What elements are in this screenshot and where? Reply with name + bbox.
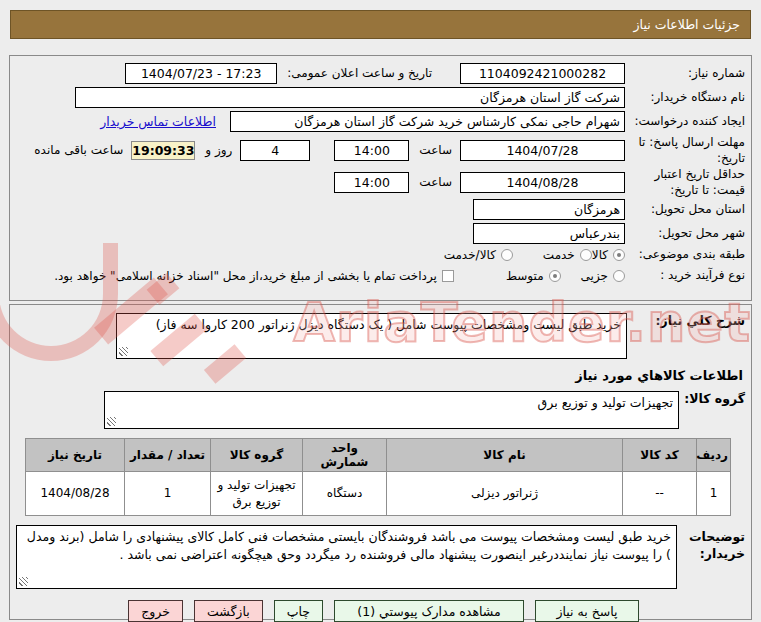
radio-medium[interactable] (549, 270, 561, 282)
col-goods-code: کد کالا (623, 439, 697, 472)
radio-goods-service[interactable] (501, 249, 513, 261)
row-price-validity: حداقل تاریخ اعتبار قیمت: تا تاریخ: ساعت (16, 167, 745, 198)
treasury-note-label: پرداخت تمام یا بخشی از مبلغ خرید،از محل … (54, 269, 437, 283)
deadline-hour-label: ساعت (415, 143, 452, 159)
process-type-label: نوع فرآیند خرید : (625, 268, 745, 284)
print-button[interactable]: چاپ (274, 600, 323, 622)
row-need-number: شماره نیاز: تاریخ و ساعت اعلان عمومی: (16, 63, 745, 84)
goods-table-row: 1 -- ژنراتور دیزلی دستگاه تجهیزات تولید … (26, 472, 731, 516)
announce-datetime-input[interactable] (125, 63, 277, 84)
goods-group-textarea[interactable]: تجهیزات تولید و توزیع برق (104, 391, 679, 429)
need-info-groupbox: شماره نیاز: تاریخ و ساعت اعلان عمومی: نا… (9, 55, 752, 301)
deadline-date-input[interactable] (460, 140, 625, 161)
footer-buttons: پاسخ به نیاز مشاهده مدارک پیوستي (1) چاپ… (16, 600, 639, 622)
resize-handle-icon[interactable] (107, 417, 116, 426)
cell-goods-name: ژنراتور دیزلی (387, 472, 623, 516)
creator-label: ایجاد کننده درخواست: (625, 114, 745, 130)
remaining-time-countdown: 19:09:33 (131, 141, 195, 160)
deadline-time-input[interactable] (334, 140, 409, 161)
need-description-textarea[interactable]: خرید طبق لیست ومشخصات پیوست شامل ( یک دس… (116, 313, 627, 359)
row-city: شهر محل تحویل: (16, 223, 745, 244)
goods-group-section: گروه کالا: تجهیزات تولید و توزیع برق (16, 391, 745, 429)
goods-section-title: اطلاعات کالاهاي مورد نیاز (18, 368, 743, 383)
buyer-notes-text: خرید طبق لیست ومشخصات پیوست می باشد فروش… (27, 529, 671, 562)
need-number-input[interactable] (460, 63, 625, 84)
remaining-time-label: ساعت باقی مانده (30, 143, 123, 159)
view-attachments-button[interactable]: مشاهده مدارک پیوستي (1) (334, 600, 524, 622)
col-goods-name: نام کالا (387, 439, 623, 472)
back-button[interactable]: بازگشت (194, 600, 263, 622)
need-description-label: شرح کلي نیاز: (627, 313, 745, 359)
goods-table: ردیف کد کالا نام کالا واحد شمارش گروه کا… (25, 438, 731, 516)
details-groupbox: شرح کلي نیاز: خرید طبق لیست ومشخصات پیوس… (9, 304, 752, 620)
radio-service[interactable] (580, 249, 592, 261)
subject-class-label: طبقه بندی موضوعی: (625, 247, 745, 263)
radio-goods-label: کالا (592, 248, 608, 262)
col-need-date: تاریخ نیاز (26, 439, 125, 472)
city-input[interactable] (473, 223, 625, 244)
page: جزئیات اطلاعات نیاز شماره نیاز: تاریخ و … (0, 0, 761, 622)
row-creator: ایجاد کننده درخواست: اطلاعات تماس خریدار (16, 111, 745, 132)
row-deadline: مهلت ارسال پاسخ: تا تاریخ: ساعت روز و 19… (16, 135, 745, 166)
col-unit: واحد شمارش (303, 439, 387, 472)
buyer-contact-link[interactable]: اطلاعات تماس خریدار (100, 114, 216, 129)
deadline-days-input[interactable] (240, 140, 310, 161)
need-number-label: شماره نیاز: (625, 66, 745, 82)
deadline-days-label: روز و (201, 143, 232, 159)
row-province: استان محل تحویل: (16, 199, 745, 220)
row-subject-class: طبقه بندی موضوعی: کالا خدمت کالا/خدمت (16, 247, 745, 263)
cell-unit: دستگاه (303, 472, 387, 516)
radio-goods-service-label: کالا/خدمت (444, 248, 496, 262)
radio-minor[interactable] (613, 270, 625, 282)
cell-row-index: 1 (697, 472, 731, 516)
radio-medium-label: متوسط (506, 269, 544, 283)
resize-handle-icon[interactable] (19, 577, 28, 586)
need-description-section: شرح کلي نیاز: خرید طبق لیست ومشخصات پیوس… (16, 313, 745, 359)
buyer-notes-textarea[interactable]: خرید طبق لیست ومشخصات پیوست می باشد فروش… (16, 525, 677, 589)
col-group: گروه کالا (211, 439, 303, 472)
goods-group-label: گروه کالا: (683, 391, 745, 429)
cell-goods-code: -- (623, 472, 697, 516)
goods-group-text: تجهیزات تولید و توزیع برق (538, 395, 673, 410)
exit-button[interactable]: خروج (128, 600, 183, 622)
announce-datetime-label: تاریخ و ساعت اعلان عمومی: (283, 66, 432, 82)
page-title: جزئیات اطلاعات نیاز (10, 10, 751, 39)
province-input[interactable] (473, 199, 625, 220)
resize-handle-icon[interactable] (119, 347, 128, 356)
respond-button[interactable]: پاسخ به نیاز (535, 600, 639, 622)
radio-service-label: خدمت (543, 248, 575, 262)
buyer-org-input[interactable] (75, 87, 625, 108)
need-description-text: خرید طبق لیست ومشخصات پیوست شامل ( یک دس… (156, 317, 621, 332)
row-process-type: نوع فرآیند خرید : جزیی متوسط پرداخت تمام… (16, 268, 745, 284)
province-label: استان محل تحویل: (625, 202, 745, 218)
price-validity-hour-label: ساعت (415, 175, 452, 191)
buyer-org-label: نام دستگاه خریدار: (625, 90, 745, 106)
buyer-notes-label: توضیحات خریدار: (681, 525, 745, 589)
buyer-notes-section: توضیحات خریدار: خرید طبق لیست ومشخصات پی… (16, 525, 745, 589)
col-row-index: ردیف (697, 439, 731, 472)
radio-goods[interactable] (613, 249, 625, 261)
row-buyer-org: نام دستگاه خریدار: (16, 87, 745, 108)
cell-group: تجهیزات تولید و توزیع برق (211, 472, 303, 516)
cell-quantity: 1 (125, 472, 211, 516)
city-label: شهر محل تحویل: (625, 226, 745, 242)
creator-input[interactable] (230, 111, 625, 132)
price-validity-time-input[interactable] (334, 172, 409, 193)
deadline-label: مهلت ارسال پاسخ: تا تاریخ: (625, 135, 745, 166)
radio-minor-label: جزیی (581, 269, 608, 283)
price-validity-date-input[interactable] (460, 172, 625, 193)
col-quantity: تعداد / مقدار (125, 439, 211, 472)
goods-table-header-row: ردیف کد کالا نام کالا واحد شمارش گروه کا… (26, 439, 731, 472)
price-validity-label: حداقل تاریخ اعتبار قیمت: تا تاریخ: (625, 167, 745, 198)
treasury-checkbox[interactable] (442, 270, 454, 282)
cell-need-date: 1404/08/28 (26, 472, 125, 516)
